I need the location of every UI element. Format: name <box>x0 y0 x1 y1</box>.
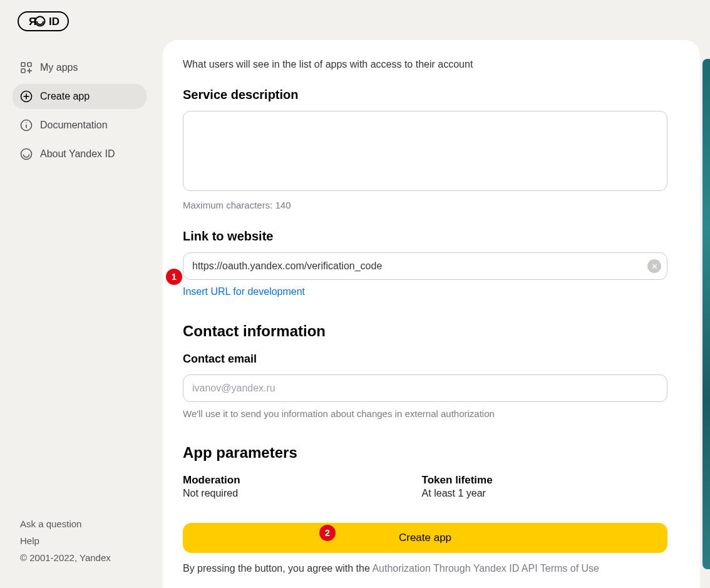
service-description-input[interactable] <box>183 111 667 191</box>
ask-question-link[interactable]: Ask a question <box>20 518 81 529</box>
terms-link[interactable]: Authorization Through Yandex ID API Term… <box>372 563 599 574</box>
link-to-website-label: Link to website <box>183 229 667 244</box>
link-to-website-input[interactable] <box>183 252 667 280</box>
annotation-badge-2: 2 <box>319 525 336 541</box>
agree-prefix: By pressing the button, you agree with t… <box>183 563 372 574</box>
sidebar-item-documentation[interactable]: Documentation <box>13 113 147 138</box>
svg-point-12 <box>26 122 27 123</box>
svg-rect-3 <box>21 63 25 66</box>
contact-email-hint: We'll use it to send you information abo… <box>183 408 667 419</box>
max-chars-hint: Maximum characters: 140 <box>183 200 667 210</box>
logo[interactable]: Я ID <box>18 11 69 34</box>
contact-email-input[interactable] <box>183 374 667 402</box>
svg-point-14 <box>21 149 32 160</box>
svg-rect-5 <box>21 69 25 73</box>
app-params-heading: App parameters <box>183 444 667 462</box>
moderation-label: Moderation <box>183 474 240 487</box>
main-content: What users will see in the list of apps … <box>163 40 700 588</box>
smile-icon <box>20 148 33 160</box>
agree-text: By pressing the button, you agree with t… <box>183 563 667 574</box>
moderation-value: Not required <box>183 488 240 499</box>
sidebar-item-label: Create app <box>40 91 90 102</box>
close-icon: ✕ <box>651 262 658 271</box>
sidebar: My apps Create app Documentation <box>0 50 159 175</box>
insert-url-link[interactable]: Insert URL for development <box>183 286 305 297</box>
apps-grid-icon <box>20 61 33 74</box>
info-icon <box>20 119 33 132</box>
contact-info-heading: Contact information <box>183 322 667 340</box>
plus-circle-icon <box>20 90 33 103</box>
create-app-button[interactable]: Create app <box>183 523 667 553</box>
sidebar-item-label: About Yandex ID <box>40 148 115 160</box>
decorative-strip <box>702 59 710 569</box>
token-lifetime-value: At least 1 year <box>422 488 493 499</box>
sidebar-item-label: My apps <box>40 62 78 73</box>
logo-text: ID <box>49 16 59 28</box>
sidebar-footer: Ask a question Help © 2001-2022, Yandex <box>20 518 111 569</box>
service-description-label: Service description <box>183 88 667 102</box>
sidebar-item-about[interactable]: About Yandex ID <box>13 142 147 167</box>
help-link[interactable]: Help <box>20 535 39 546</box>
svg-rect-4 <box>28 63 31 66</box>
clear-input-button[interactable]: ✕ <box>647 259 661 273</box>
page-subtitle: What users will see in the list of apps … <box>183 59 667 70</box>
sidebar-item-my-apps[interactable]: My apps <box>13 55 147 80</box>
sidebar-item-create-app[interactable]: Create app <box>13 84 147 109</box>
token-lifetime-label: Token lifetime <box>422 474 493 487</box>
annotation-badge-1: 1 <box>166 269 182 285</box>
contact-email-label: Contact email <box>183 353 667 366</box>
sidebar-item-label: Documentation <box>40 120 108 131</box>
copyright-text: © 2001-2022, Yandex <box>20 552 111 563</box>
